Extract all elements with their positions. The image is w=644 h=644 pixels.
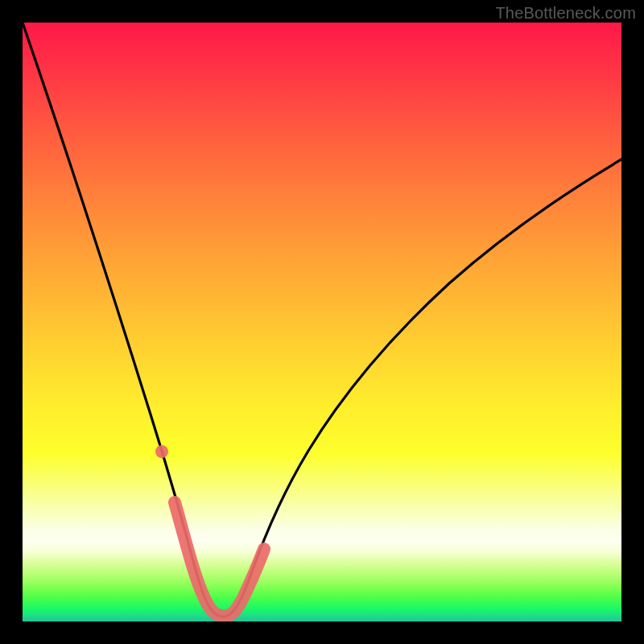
- glow-path: [175, 502, 264, 617]
- chart-frame: TheBottleneck.com: [0, 0, 644, 644]
- glow-dot-icon: [155, 445, 168, 458]
- chart-svg: [23, 23, 621, 621]
- watermark-text: TheBottleneck.com: [495, 4, 636, 23]
- plot-area: [23, 23, 621, 621]
- bottleneck-curve: [23, 23, 621, 617]
